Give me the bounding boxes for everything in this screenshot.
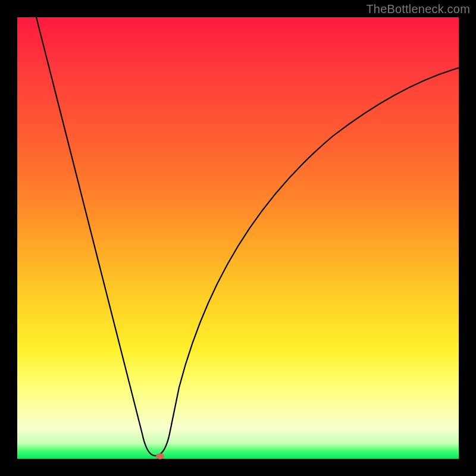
bottleneck-curve [17, 17, 459, 459]
chart-frame: TheBottleneck.com [0, 0, 476, 476]
curve-path [36, 17, 459, 456]
chart-plot-area [17, 17, 459, 459]
attribution-text: TheBottleneck.com [366, 2, 470, 16]
optimal-marker [156, 453, 164, 459]
